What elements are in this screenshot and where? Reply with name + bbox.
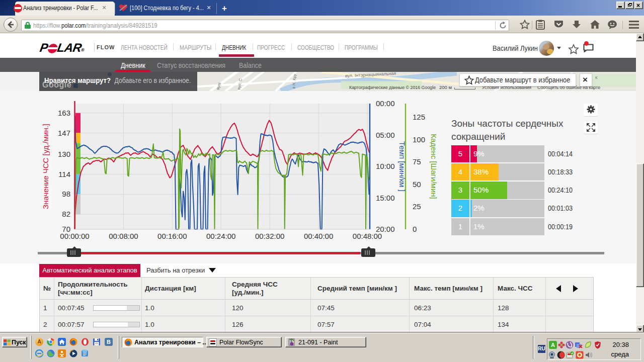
svg-text:125: 125 [413, 113, 425, 121]
svg-text:Каденс [Шаги/мин]: Каденс [Шаги/мин] [430, 134, 438, 199]
svg-text:К: К [595, 75, 598, 80]
svg-text:163: 163 [58, 109, 70, 117]
svg-text:00:00: 00:00 [376, 99, 395, 108]
svg-text:75: 75 [413, 157, 421, 166]
svg-text:00:08:00: 00:08:00 [109, 232, 138, 240]
svg-text:05:00: 05:00 [376, 131, 395, 139]
svg-text:Значение ЧСС [уд./мин.]: Значение ЧСС [уд./мин.] [41, 124, 50, 209]
svg-text:15:00: 15:00 [376, 194, 395, 202]
svg-text:25: 25 [413, 202, 421, 211]
svg-text:98: 98 [62, 190, 70, 198]
svg-text:00:40:00: 00:40:00 [304, 232, 333, 240]
svg-text:00:00:00: 00:00:00 [60, 232, 89, 240]
svg-text:50: 50 [413, 180, 421, 189]
svg-text:00:24:00: 00:24:00 [206, 232, 235, 240]
svg-text:00:16:00: 00:16:00 [157, 232, 187, 240]
svg-text:100: 100 [413, 135, 425, 144]
svg-text:82: 82 [62, 210, 70, 218]
svg-text:00:32:00: 00:32:00 [255, 232, 284, 240]
svg-text:Темп [мин/км ]: Темп [мин/км ] [398, 141, 407, 192]
svg-text:114: 114 [58, 170, 70, 178]
svg-text:147: 147 [58, 129, 70, 137]
svg-text:0: 0 [413, 225, 417, 233]
svg-text:20:00: 20:00 [376, 225, 395, 233]
svg-text:10:00: 10:00 [376, 162, 395, 170]
svg-text:130: 130 [58, 150, 70, 158]
